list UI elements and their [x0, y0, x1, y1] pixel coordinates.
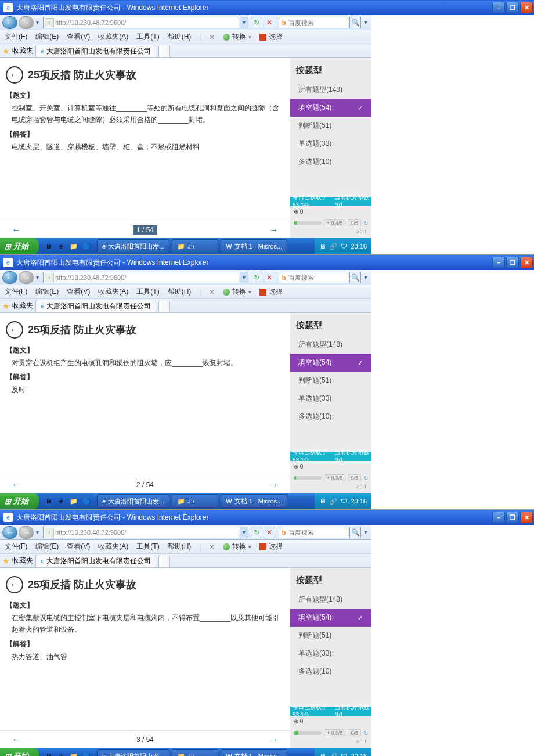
tray-icon[interactable]: 🖥 — [319, 243, 326, 250]
sidebar-item[interactable]: 单选题(33) — [290, 390, 371, 408]
back-button[interactable]: ← — [2, 526, 17, 539]
quick-launch-icon[interactable]: 📁 — [69, 496, 78, 506]
quick-launch-icon[interactable]: 📁 — [69, 242, 78, 251]
convert-menu[interactable]: 转换▾ — [223, 542, 251, 552]
taskbar-item[interactable]: e大唐洛阳首阳山发... — [97, 239, 169, 253]
search-go-button[interactable]: 🔍 — [349, 17, 361, 28]
quick-launch-icon[interactable]: 🖥 — [44, 242, 53, 251]
search-dropdown[interactable]: ▼ — [362, 530, 369, 535]
url-input[interactable] — [55, 19, 239, 26]
minimize-button[interactable]: – — [492, 512, 505, 523]
browser-tab[interactable]: e大唐洛阳首阳山发电有限责任公司 — [35, 555, 156, 567]
refresh-button[interactable]: ↻ — [251, 272, 262, 283]
search-input[interactable] — [288, 529, 335, 536]
select-menu[interactable]: 选择 — [259, 287, 283, 297]
menu-item[interactable]: 收藏夹(A) — [98, 287, 128, 297]
taskbar-item[interactable]: e大唐洛阳首阳山发... — [97, 749, 169, 756]
menu-item[interactable]: 查看(V) — [67, 542, 90, 552]
select-menu[interactable]: 选择 — [259, 542, 283, 552]
taskbar-item[interactable]: 📁J:\ — [172, 494, 218, 508]
taskbar-item[interactable]: W文档 1 - Micros... — [221, 749, 287, 756]
stop-button[interactable]: ✕ — [264, 272, 275, 283]
pager-prev[interactable]: ← — [12, 480, 21, 490]
refresh-button[interactable]: ↻ — [251, 17, 262, 28]
sidebar-item[interactable]: 单选题(33) — [290, 645, 371, 663]
close-tab-x[interactable]: ✕ — [209, 543, 215, 551]
favorites-label[interactable]: 收藏夹 — [12, 556, 33, 566]
sidebar-item[interactable]: 判断题(51) — [290, 372, 371, 390]
menu-item[interactable]: 帮助(H) — [168, 287, 192, 297]
pager-next[interactable]: → — [269, 735, 279, 745]
search-dropdown[interactable]: ▼ — [362, 275, 369, 280]
pager-next[interactable]: → — [269, 480, 279, 490]
search-input[interactable] — [288, 19, 335, 26]
close-tab-x[interactable]: ✕ — [209, 33, 215, 41]
search-dropdown[interactable]: ▼ — [362, 20, 369, 26]
taskbar-item[interactable]: 📁J:\ — [172, 239, 218, 253]
tray-icon[interactable]: 🖥 — [319, 753, 326, 756]
start-button[interactable]: ⊞开始 — [0, 748, 39, 756]
browser-tab[interactable]: e大唐洛阳首阳山发电有限责任公司 — [35, 45, 156, 57]
taskbar-item[interactable]: 📁J:\ — [172, 749, 218, 756]
expand-icon[interactable]: ⊕ 0 — [294, 463, 303, 470]
minimize-button[interactable]: – — [492, 257, 505, 268]
refresh-icon[interactable]: ↻ — [363, 220, 368, 226]
search-box[interactable]: b — [279, 17, 348, 28]
menu-item[interactable]: 帮助(H) — [168, 542, 192, 552]
menu-item[interactable]: 查看(V) — [67, 32, 90, 42]
tray-icon[interactable]: 🛡 — [341, 498, 347, 505]
menu-item[interactable]: 收藏夹(A) — [98, 32, 128, 42]
start-button[interactable]: ⊞开始 — [0, 493, 39, 509]
pager-next[interactable]: → — [269, 225, 279, 235]
taskbar-item[interactable]: e大唐洛阳首阳山发... — [97, 494, 169, 508]
sidebar-item[interactable]: 判断题(51) — [290, 117, 371, 135]
menu-item[interactable]: 文件(F) — [5, 542, 27, 552]
menu-item[interactable]: 查看(V) — [67, 287, 90, 297]
favorites-star-icon[interactable]: ★ — [2, 301, 10, 311]
quick-launch-icon[interactable]: 🖥 — [44, 496, 53, 506]
tray-icon[interactable]: 🖥 — [319, 498, 326, 505]
quick-launch-icon[interactable]: 🔵 — [82, 242, 91, 251]
page-back-button[interactable]: ← — [6, 576, 23, 593]
quick-launch-icon[interactable]: e — [56, 751, 66, 756]
tray-icon[interactable]: 🔗 — [329, 753, 337, 757]
favorites-label[interactable]: 收藏夹 — [12, 301, 33, 311]
tray-icon[interactable]: 🔗 — [329, 498, 337, 505]
close-button[interactable]: ✕ — [520, 512, 533, 523]
taskbar-item[interactable]: W文档 1 - Micros... — [221, 494, 287, 508]
search-go-button[interactable]: 🔍 — [349, 272, 361, 283]
sidebar-item[interactable]: 所有题型(148) — [290, 336, 371, 354]
close-button[interactable]: ✕ — [520, 257, 533, 268]
menu-item[interactable]: 编辑(E) — [35, 542, 59, 552]
stop-button[interactable]: ✕ — [264, 527, 275, 538]
sidebar-item[interactable]: 多选题(10) — [290, 408, 371, 426]
address-bar[interactable]: ▫ — [43, 272, 239, 283]
stop-button[interactable]: ✕ — [264, 17, 275, 28]
address-dropdown[interactable]: ▼ — [240, 527, 248, 538]
quick-launch-icon[interactable]: 🔵 — [82, 751, 91, 756]
forward-button[interactable]: → — [19, 271, 34, 284]
close-tab-x[interactable]: ✕ — [209, 288, 215, 296]
expand-icon[interactable]: ⊕ 0 — [294, 208, 303, 215]
tray-icon[interactable]: 🔗 — [329, 243, 337, 250]
select-menu[interactable]: 选择 — [259, 32, 283, 42]
sidebar-item[interactable]: 填空题(54) — [290, 354, 371, 372]
address-dropdown[interactable]: ▼ — [240, 272, 248, 283]
new-tab-button[interactable] — [158, 45, 170, 57]
tray-icon[interactable]: 🛡 — [341, 243, 347, 250]
back-button[interactable]: ← — [2, 271, 17, 284]
sidebar-item[interactable]: 判断题(51) — [290, 627, 371, 645]
sidebar-item[interactable]: 多选题(10) — [290, 153, 371, 171]
nav-history-dropdown[interactable]: ▼ — [35, 20, 42, 26]
new-tab-button[interactable] — [158, 300, 170, 312]
maximize-button[interactable]: ❐ — [506, 257, 519, 268]
refresh-icon[interactable]: ↻ — [363, 475, 368, 481]
sidebar-item[interactable]: 单选题(33) — [290, 135, 371, 153]
close-button[interactable]: ✕ — [520, 2, 533, 13]
sidebar-item[interactable]: 所有题型(148) — [290, 81, 371, 99]
quick-launch-icon[interactable]: 🔵 — [82, 496, 91, 506]
nav-history-dropdown[interactable]: ▼ — [35, 530, 42, 535]
sidebar-item[interactable]: 所有题型(148) — [290, 591, 371, 609]
menu-item[interactable]: 编辑(E) — [35, 32, 59, 42]
menu-item[interactable]: 工具(T) — [136, 542, 159, 552]
